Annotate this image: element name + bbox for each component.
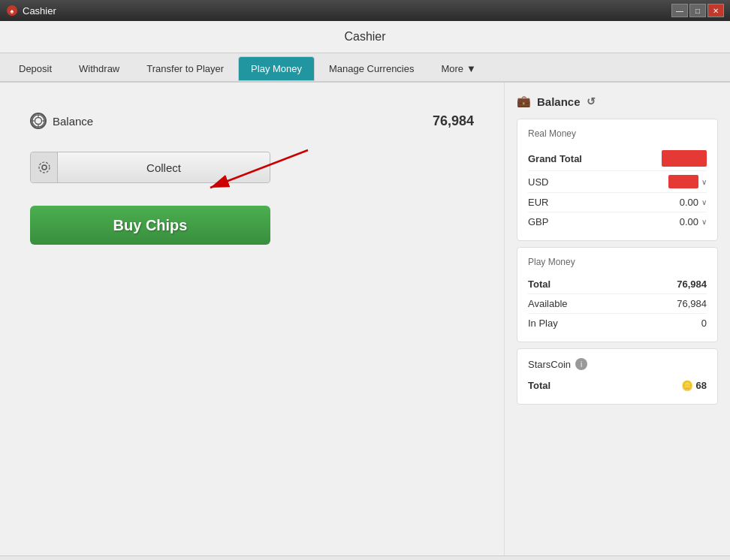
coin-icon: 🪙 xyxy=(681,380,693,391)
starscoin-card: StarsCoin i Total 🪙 68 xyxy=(517,348,718,405)
starscoin-label: StarsCoin xyxy=(528,359,571,370)
usd-value: ∨ xyxy=(668,175,707,188)
eur-value: 0.00 ∨ xyxy=(680,197,707,208)
svg-point-10 xyxy=(42,165,47,170)
starscoin-total-label: Total xyxy=(528,380,551,391)
play-money-total-row: Total 76,984 xyxy=(528,275,707,294)
collect-button[interactable]: Collect xyxy=(58,152,270,182)
balance-text: Balance xyxy=(53,115,93,128)
tab-playmoney[interactable]: Play Money xyxy=(238,56,315,81)
collect-row: Collect xyxy=(30,152,270,183)
header-title: Cashier xyxy=(344,30,385,43)
starscoin-total-value: 🪙 68 xyxy=(681,380,707,391)
tab-deposit[interactable]: Deposit xyxy=(6,56,65,81)
right-panel: 💼 Balance ↺ Real Money Grand Total USD ∨… xyxy=(505,83,730,555)
tab-transfer[interactable]: Transfer to Player xyxy=(134,56,237,81)
usd-row[interactable]: USD ∨ xyxy=(528,171,707,193)
play-money-total-label: Total xyxy=(528,278,551,290)
real-money-title: Real Money xyxy=(528,128,707,139)
title-bar-left: ♠ Cashier xyxy=(6,5,56,17)
gbp-row[interactable]: GBP 0.00 ∨ xyxy=(528,212,707,231)
tab-bar: Deposit Withdraw Transfer to Player Play… xyxy=(0,53,730,83)
tab-more[interactable]: More ▼ xyxy=(428,56,489,81)
main-content: Balance 76,984 Collect Buy Chips 💼 Balan… xyxy=(0,83,730,555)
info-icon[interactable]: i xyxy=(575,358,587,370)
balance-label: Balance xyxy=(30,113,93,129)
available-row: Available 76,984 xyxy=(528,294,707,314)
play-money-title: Play Money xyxy=(528,257,707,267)
svg-point-11 xyxy=(39,162,50,173)
title-bar: ♠ Cashier — □ ✕ xyxy=(0,0,730,21)
tab-currencies[interactable]: Manage Currencies xyxy=(316,56,427,81)
eur-chevron: ∨ xyxy=(701,198,707,206)
grand-total-row: Grand Total xyxy=(528,146,707,171)
balance-row: Balance 76,984 xyxy=(30,105,474,137)
close-button[interactable]: ✕ xyxy=(707,4,724,17)
in-play-label: In Play xyxy=(528,318,558,329)
available-value: 76,984 xyxy=(677,298,707,309)
grand-total-value xyxy=(662,150,707,167)
gbp-value: 0.00 ∨ xyxy=(680,216,707,227)
balance-section-title: Balance xyxy=(537,95,581,108)
gbp-chevron: ∨ xyxy=(701,218,707,226)
title-bar-title: Cashier xyxy=(23,5,56,17)
starscoin-total-row: Total 🪙 68 xyxy=(528,376,707,395)
play-money-card: Play Money Total 76,984 Available 76,984… xyxy=(517,247,718,342)
app-header: Cashier xyxy=(0,21,730,53)
svg-text:♠: ♠ xyxy=(11,8,14,15)
refresh-button[interactable]: ↺ xyxy=(587,95,596,107)
balance-value: 76,984 xyxy=(433,113,474,129)
usd-amount xyxy=(668,175,698,188)
usd-label: USD xyxy=(528,176,548,188)
play-money-total-value: 76,984 xyxy=(677,278,707,290)
available-label: Available xyxy=(528,298,568,309)
minimize-button[interactable]: — xyxy=(671,4,688,17)
balance-icon xyxy=(30,113,47,129)
app-icon: ♠ xyxy=(6,5,18,17)
footer: Get Help Gaming Labs Certified GAMCAF CE… xyxy=(0,555,730,560)
buy-chips-button[interactable]: Buy Chips xyxy=(30,206,270,245)
tab-withdraw[interactable]: Withdraw xyxy=(66,56,132,81)
collect-icon-button[interactable] xyxy=(31,152,58,182)
briefcase-icon: 💼 xyxy=(517,95,531,108)
eur-row[interactable]: EUR 0.00 ∨ xyxy=(528,193,707,212)
real-money-card: Real Money Grand Total USD ∨ EUR 0.00 ∨ xyxy=(517,119,718,241)
starscoin-header: StarsCoin i xyxy=(528,358,707,370)
svg-point-5 xyxy=(35,118,42,125)
gbp-label: GBP xyxy=(528,216,548,227)
grand-total-label: Grand Total xyxy=(528,153,582,164)
maximize-button[interactable]: □ xyxy=(689,4,706,17)
in-play-row: In Play 0 xyxy=(528,314,707,333)
usd-chevron: ∨ xyxy=(701,178,707,186)
chevron-down-icon: ▼ xyxy=(466,63,476,74)
balance-section-header: 💼 Balance ↺ xyxy=(517,95,718,108)
gear-icon xyxy=(38,161,51,174)
left-panel: Balance 76,984 Collect Buy Chips xyxy=(0,83,505,555)
in-play-value: 0 xyxy=(701,318,707,329)
title-bar-controls: — □ ✕ xyxy=(671,4,724,17)
eur-label: EUR xyxy=(528,197,548,208)
